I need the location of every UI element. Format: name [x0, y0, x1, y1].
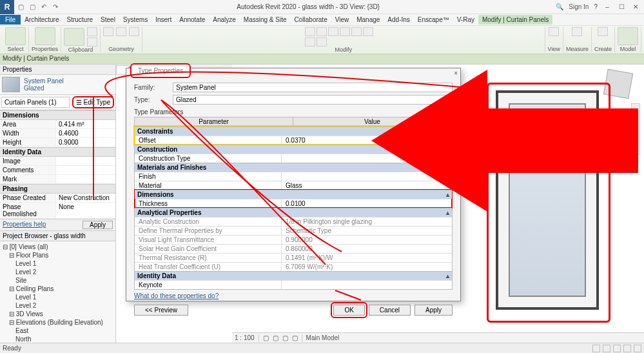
rotate-button[interactable]: [340, 27, 350, 36]
cancel-button[interactable]: Cancel: [369, 305, 411, 316]
tree-node[interactable]: ⊟ Floor Plans: [9, 251, 113, 259]
offset-button[interactable]: [363, 27, 373, 36]
cope-button[interactable]: [103, 27, 113, 36]
ana-construction-value[interactable]: 1/8 in Pilkington single glazing: [282, 217, 452, 226]
tree-node[interactable]: ⊟ Elevations (Building Elevation): [9, 318, 113, 327]
prop-mark-value[interactable]: [55, 175, 115, 183]
ana-shgc-value[interactable]: 0.860000: [282, 245, 452, 253]
ana-u-value[interactable]: 6.7069 W/(m²·K): [282, 263, 452, 271]
prop-width-value[interactable]: 0.4600: [55, 129, 115, 137]
sb-icon[interactable]: [623, 345, 631, 352]
cut-geom-button[interactable]: [116, 27, 126, 36]
properties-button[interactable]: [35, 27, 55, 45]
prop-height-value[interactable]: 0.9000: [55, 138, 115, 146]
sb-icon[interactable]: [613, 345, 621, 352]
menu-architecture[interactable]: Architecture: [21, 16, 63, 23]
type-selector[interactable]: System Panel Glazed: [0, 75, 115, 95]
ana-vlt-value[interactable]: 0.900000: [282, 236, 452, 244]
vc-icon[interactable]: ▢: [292, 334, 298, 341]
tree-node[interactable]: ⊟ Ceiling Plans: [9, 285, 113, 293]
scale-button[interactable]: [317, 37, 327, 46]
tree-node[interactable]: Level 2: [15, 301, 113, 310]
search-icon[interactable]: 🔍: [556, 3, 563, 10]
vc-icon[interactable]: ▢: [263, 334, 269, 341]
menu-enscape[interactable]: Enscape™: [414, 16, 453, 23]
vc-icon[interactable]: ▢: [273, 334, 278, 341]
menu-steel[interactable]: Steel: [97, 16, 119, 23]
qat-save-icon[interactable]: ▢: [30, 3, 37, 11]
paste-button[interactable]: [64, 28, 84, 46]
create-button[interactable]: [598, 27, 608, 36]
help-icon[interactable]: ?: [594, 3, 598, 10]
prop-image-value[interactable]: [55, 157, 115, 165]
project-browser-tree[interactable]: ⊟ [0] Views (all)⊟ Floor PlansLevel 1Lev…: [0, 241, 115, 343]
tree-node[interactable]: Level 1: [15, 293, 113, 301]
measure-button[interactable]: [572, 27, 582, 36]
edit-in-place-button[interactable]: [618, 27, 638, 45]
preview-button[interactable]: << Preview: [134, 305, 188, 316]
mirror-button[interactable]: [328, 27, 338, 36]
project-browser-header: Project Browser - glass width: [0, 231, 115, 241]
tree-node[interactable]: Level 1: [15, 259, 113, 268]
quick-access-toolbar[interactable]: ▢ ▢ ↶ ↷: [18, 3, 61, 11]
prop-phase-created-value[interactable]: New Construction: [55, 194, 115, 202]
move-button[interactable]: [317, 27, 327, 36]
sb-icon[interactable]: [603, 345, 610, 352]
maximize-button[interactable]: ☐: [617, 3, 626, 10]
trim-button[interactable]: [351, 27, 362, 36]
view-scale[interactable]: 1 : 100: [235, 334, 255, 341]
edit-type-button[interactable]: ☰ Edit Type: [72, 96, 114, 108]
qat-redo-icon[interactable]: ↷: [53, 3, 61, 11]
tree-node[interactable]: East: [15, 327, 113, 335]
menu-insert[interactable]: Insert: [151, 16, 175, 23]
view-button[interactable]: [549, 27, 559, 36]
menu-massing[interactable]: Massing & Site: [240, 16, 291, 23]
join-button[interactable]: [129, 27, 139, 36]
sb-icon[interactable]: [592, 345, 600, 352]
menu-structure[interactable]: Structure: [63, 16, 97, 23]
keynote-value[interactable]: [282, 281, 452, 289]
tree-node[interactable]: North: [15, 335, 113, 343]
type-properties-help-link[interactable]: What do these properties do?: [134, 292, 219, 299]
array-button[interactable]: [305, 37, 315, 46]
prop-area-value[interactable]: 0.414 m²: [55, 120, 115, 128]
cut-button[interactable]: [87, 27, 97, 36]
qat-open-icon[interactable]: ▢: [18, 3, 26, 11]
align-button[interactable]: [305, 27, 315, 36]
menu-collaborate[interactable]: Collaborate: [291, 16, 331, 23]
context-strip: Modify | Curtain Panels: [0, 54, 644, 65]
menu-addins[interactable]: Add-Ins: [384, 16, 413, 23]
menu-manage[interactable]: Manage: [353, 16, 384, 23]
menu-systems[interactable]: Systems: [119, 16, 151, 23]
prop-comments-value[interactable]: [55, 166, 115, 174]
tree-node[interactable]: ⊟ [0] Views (all): [3, 243, 113, 251]
properties-apply-button[interactable]: Apply: [83, 221, 113, 229]
close-button[interactable]: ✕: [631, 3, 640, 10]
tree-node[interactable]: Level 2: [15, 268, 113, 276]
tree-node[interactable]: ⊟ 3D Views: [9, 310, 113, 318]
signin-link[interactable]: Sign In: [569, 3, 589, 10]
ana-r-value[interactable]: 0.1491 (m²·K)/W: [282, 254, 452, 262]
menu-annotate[interactable]: Annotate: [175, 16, 209, 23]
menu-file[interactable]: File: [0, 15, 21, 25]
modify-tool-button[interactable]: [5, 27, 26, 45]
prop-phase-demolished-value[interactable]: None: [55, 203, 115, 218]
vc-main-model[interactable]: Main Model: [306, 334, 340, 341]
ana-thermal-def-value[interactable]: Schematic Type: [282, 227, 452, 235]
properties-help-link[interactable]: Properties help: [3, 221, 83, 229]
vc-icon[interactable]: ▢: [282, 334, 288, 341]
menu-analyze[interactable]: Analyze: [209, 16, 240, 23]
ribbon-group-view: View: [548, 46, 560, 52]
menu-modify-context[interactable]: Modify | Curtain Panels: [478, 15, 552, 25]
qat-undo-icon[interactable]: ↶: [41, 3, 49, 11]
copy-button[interactable]: [87, 37, 97, 46]
menu-view[interactable]: View: [331, 16, 353, 23]
instance-selector[interactable]: Curtain Panels (1): [1, 97, 70, 108]
sb-icon[interactable]: [634, 345, 641, 352]
minimize-button[interactable]: –: [603, 3, 612, 10]
ok-button[interactable]: OK: [333, 305, 364, 316]
section-identity-type[interactable]: Identity Data▴: [135, 271, 452, 280]
tree-node[interactable]: Site: [15, 276, 113, 285]
apply-button[interactable]: Apply: [415, 305, 453, 316]
menu-vray[interactable]: V-Ray: [453, 16, 478, 23]
